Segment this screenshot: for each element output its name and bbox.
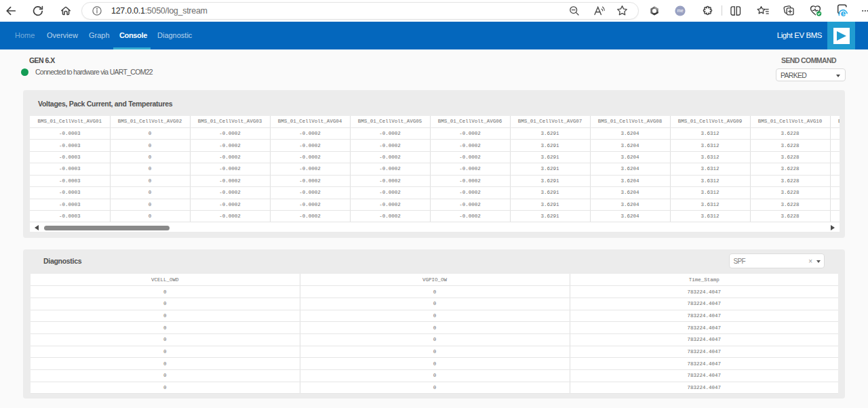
- svg-text:me: me: [677, 8, 683, 13]
- svg-text:e: e: [841, 8, 846, 17]
